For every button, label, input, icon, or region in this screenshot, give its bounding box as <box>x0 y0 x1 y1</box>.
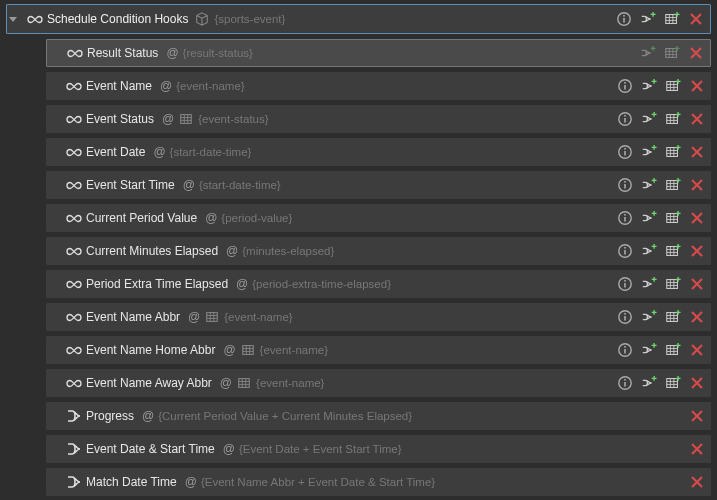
item-row[interactable]: Match Date Time@{Event Name Abbr + Event… <box>46 468 711 496</box>
add-group-icon[interactable] <box>641 78 657 94</box>
add-group-icon[interactable] <box>641 276 657 292</box>
add-grid-icon[interactable] <box>665 177 681 193</box>
item-actions <box>617 276 705 292</box>
close-icon[interactable] <box>689 177 705 193</box>
close-icon[interactable] <box>689 309 705 325</box>
link-icon <box>67 45 83 61</box>
item-row[interactable]: Current Minutes Elapsed@{minutes-elapsed… <box>46 237 711 265</box>
header-row[interactable]: Schedule Condition Hooks {sports-event} <box>6 4 711 34</box>
add-group-icon[interactable] <box>640 45 656 61</box>
item-row[interactable]: Current Period Value@{period-value} <box>46 204 711 232</box>
close-icon[interactable] <box>689 474 705 490</box>
item-actions <box>689 441 705 457</box>
info-icon[interactable] <box>616 11 632 27</box>
item-label: Event Date & Start Time <box>86 442 215 456</box>
close-icon[interactable] <box>688 45 704 61</box>
item-label: Current Period Value <box>86 211 197 225</box>
link-icon <box>66 276 82 292</box>
group-icon <box>66 408 82 424</box>
add-grid-icon[interactable] <box>664 45 680 61</box>
at-icon: @ <box>153 145 165 159</box>
item-binding: {result-status} <box>183 47 253 59</box>
add-grid-icon[interactable] <box>665 243 681 259</box>
info-icon[interactable] <box>617 243 633 259</box>
item-binding: {Event Date + Event Start Time} <box>239 443 402 455</box>
close-icon[interactable] <box>689 111 705 127</box>
info-icon[interactable] <box>617 210 633 226</box>
item-row[interactable]: Event Name@{event-name} <box>46 72 711 100</box>
close-icon[interactable] <box>689 78 705 94</box>
add-group-icon[interactable] <box>641 111 657 127</box>
add-grid-icon[interactable] <box>665 375 681 391</box>
header-binding: {sports-event} <box>214 13 285 25</box>
item-row[interactable]: Progress@{Current Period Value + Current… <box>46 402 711 430</box>
item-label: Event Name Home Abbr <box>86 343 215 357</box>
item-row[interactable]: Event Name Abbr@ {event-name} <box>46 303 711 331</box>
item-binding: {period-value} <box>221 212 292 224</box>
at-icon: @ <box>220 376 232 390</box>
item-row[interactable]: Event Status@ {event-status} <box>46 105 711 133</box>
item-label: Event Status <box>86 112 154 126</box>
close-icon[interactable] <box>688 11 704 27</box>
at-icon: @ <box>236 277 248 291</box>
add-group-icon[interactable] <box>641 243 657 259</box>
item-actions <box>617 177 705 193</box>
add-grid-icon[interactable] <box>665 276 681 292</box>
add-grid-icon[interactable] <box>665 309 681 325</box>
link-icon <box>66 309 82 325</box>
item-label: Period Extra Time Elapsed <box>86 277 228 291</box>
close-icon[interactable] <box>689 342 705 358</box>
item-row[interactable]: Event Date & Start Time@{Event Date + Ev… <box>46 435 711 463</box>
info-icon[interactable] <box>617 177 633 193</box>
close-icon[interactable] <box>689 144 705 160</box>
info-icon[interactable] <box>617 276 633 292</box>
item-actions <box>617 243 705 259</box>
header-label: Schedule Condition Hooks <box>47 12 188 26</box>
add-grid-icon[interactable] <box>664 11 680 27</box>
add-group-icon[interactable] <box>641 177 657 193</box>
close-icon[interactable] <box>689 375 705 391</box>
info-icon[interactable] <box>617 375 633 391</box>
item-binding: {event-name} <box>176 80 244 92</box>
add-group-icon[interactable] <box>641 375 657 391</box>
header-actions <box>616 11 704 27</box>
item-actions <box>689 474 705 490</box>
item-actions <box>617 111 705 127</box>
item-row[interactable]: Event Name Away Abbr@ {event-name} <box>46 369 711 397</box>
link-icon <box>66 111 82 127</box>
add-group-icon[interactable] <box>640 11 656 27</box>
item-row[interactable]: Event Date@{start-date-time} <box>46 138 711 166</box>
item-binding: {Current Period Value + Current Minutes … <box>158 410 412 422</box>
add-grid-icon[interactable] <box>665 210 681 226</box>
info-icon[interactable] <box>617 111 633 127</box>
close-icon[interactable] <box>689 441 705 457</box>
add-group-icon[interactable] <box>641 210 657 226</box>
item-actions <box>617 342 705 358</box>
add-grid-icon[interactable] <box>665 144 681 160</box>
item-row[interactable]: Period Extra Time Elapsed@{period-extra-… <box>46 270 711 298</box>
add-grid-icon[interactable] <box>665 342 681 358</box>
link-icon <box>66 342 82 358</box>
add-grid-icon[interactable] <box>665 78 681 94</box>
close-icon[interactable] <box>689 276 705 292</box>
info-icon[interactable] <box>617 78 633 94</box>
add-group-icon[interactable] <box>641 309 657 325</box>
close-icon[interactable] <box>689 243 705 259</box>
item-row[interactable]: Event Name Home Abbr@ {event-name} <box>46 336 711 364</box>
close-icon[interactable] <box>689 408 705 424</box>
item-row[interactable]: Event Start Time@{start-date-time} <box>46 171 711 199</box>
link-icon <box>66 144 82 160</box>
add-grid-icon[interactable] <box>665 111 681 127</box>
add-group-icon[interactable] <box>641 144 657 160</box>
add-group-icon[interactable] <box>641 342 657 358</box>
info-icon[interactable] <box>617 309 633 325</box>
item-label: Progress <box>86 409 134 423</box>
item-actions <box>640 45 704 61</box>
item-row[interactable]: Result Status@{result-status} <box>46 39 711 67</box>
close-icon[interactable] <box>689 210 705 226</box>
link-icon <box>27 11 43 27</box>
info-icon[interactable] <box>617 342 633 358</box>
package-icon <box>194 11 210 27</box>
info-icon[interactable] <box>617 144 633 160</box>
item-actions <box>617 375 705 391</box>
